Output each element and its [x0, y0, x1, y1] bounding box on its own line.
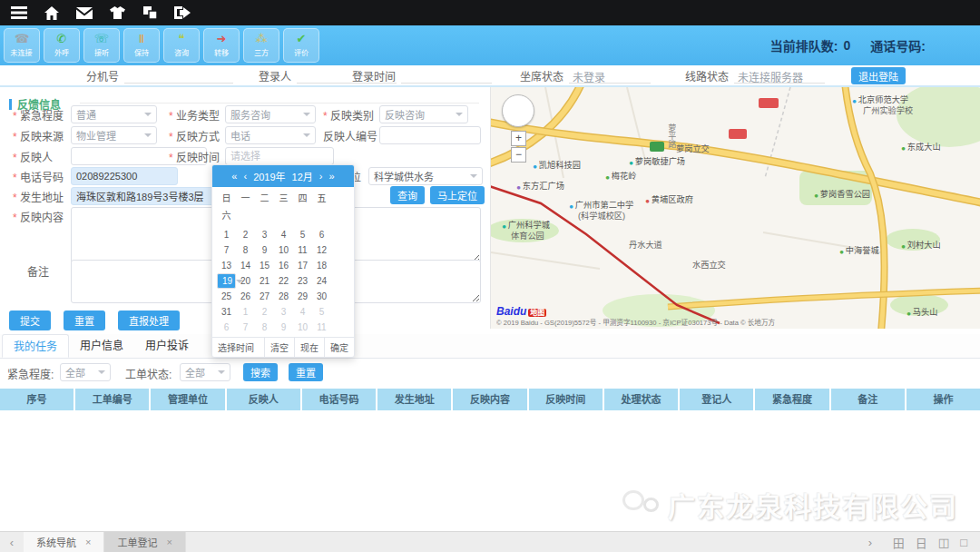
calendar-day[interactable]: 24	[312, 273, 331, 289]
table-header-cell[interactable]: 电话号码	[302, 389, 376, 410]
calendar-day[interactable]: 7	[217, 242, 236, 258]
bottom-tab[interactable]: 系统导航 ×	[24, 532, 104, 552]
calendar-day[interactable]: 21	[255, 273, 274, 289]
logout-button[interactable]: 退出登陆	[851, 67, 906, 84]
calendar-day[interactable]: 1	[236, 304, 255, 320]
direct-process-button[interactable]: 直报处理	[118, 310, 180, 330]
phone-input[interactable]	[71, 167, 178, 185]
tab-user-info[interactable]: 用户信息	[69, 334, 134, 358]
calendar-day[interactable]: 16	[274, 258, 293, 273]
calendar-day[interactable]: 2	[236, 227, 255, 242]
pan-right-icon[interactable]	[524, 107, 531, 114]
next-year-icon[interactable]: »	[329, 171, 335, 182]
filter-urgency-select[interactable]: 全部	[60, 363, 111, 381]
calendar-day[interactable]: 10	[293, 320, 312, 335]
calendar-day[interactable]: 5	[293, 227, 312, 242]
panel-layout-icon[interactable]	[140, 4, 160, 22]
layout-vsplit-icon[interactable]: ◫	[938, 536, 949, 549]
now-button[interactable]: 现在	[294, 338, 324, 357]
calendar-day[interactable]: 4	[293, 304, 312, 320]
calendar-day[interactable]: 20	[236, 273, 255, 289]
layout-single-icon[interactable]: □	[960, 536, 967, 549]
layout-hsplit-icon[interactable]: 日	[916, 534, 927, 551]
source-select[interactable]: 物业管理	[71, 126, 157, 144]
calendar-day[interactable]: 9	[274, 320, 293, 335]
submit-button[interactable]: 提交	[9, 310, 51, 330]
calendar-day[interactable]: 12	[312, 242, 331, 258]
calendar-day[interactable]: 29	[293, 289, 312, 304]
table-header-cell[interactable]: 反映时间	[529, 389, 603, 410]
calendar-day[interactable]: 6	[217, 320, 236, 335]
pan-down-icon[interactable]	[514, 116, 522, 123]
calendar-day[interactable]: 26	[236, 289, 255, 304]
tab-user-complaint[interactable]: 用户投诉	[134, 334, 200, 358]
logout-icon[interactable]	[172, 4, 192, 22]
calendar-day[interactable]: 6	[312, 227, 331, 242]
calendar-day[interactable]: 31	[217, 304, 236, 320]
calendar-day[interactable]: 14	[236, 258, 255, 273]
calendar-day[interactable]: 18	[312, 258, 331, 273]
pan-left-icon[interactable]	[505, 107, 513, 114]
unit-select[interactable]: 科学城供水务	[368, 167, 483, 185]
calendar-day[interactable]: 25	[217, 289, 236, 304]
address-input[interactable]	[71, 187, 214, 205]
table-header-cell[interactable]: 登记人	[680, 389, 753, 410]
ok-button[interactable]: 确定	[324, 338, 354, 357]
tabs-scroll-right-icon[interactable]: ›	[858, 536, 882, 549]
shirt-icon[interactable]	[107, 4, 127, 22]
calendar-year[interactable]: 2019年	[253, 169, 285, 183]
calendar-day[interactable]: 22	[274, 273, 293, 289]
tab-my-tasks[interactable]: 我的任务	[2, 334, 69, 358]
three-way-button[interactable]: ⁂ 三方	[243, 28, 279, 63]
layout-grid-icon[interactable]: 田	[893, 534, 905, 551]
calendar-day[interactable]: 23	[293, 273, 312, 289]
table-header-cell[interactable]: 反映人	[227, 389, 300, 410]
table-header-cell[interactable]: 备注	[831, 389, 905, 410]
search-button[interactable]: 搜索	[243, 363, 278, 381]
category-select[interactable]: 反映咨询	[379, 105, 468, 123]
evaluate-button[interactable]: ✔ 评价	[283, 28, 319, 63]
tabs-scroll-left-icon[interactable]: ‹	[0, 536, 24, 549]
select-time-link[interactable]: 选择时间	[212, 338, 264, 357]
calendar-day[interactable]: 7	[236, 320, 255, 335]
calendar-day[interactable]: 4	[274, 227, 293, 242]
prev-year-icon[interactable]: «	[231, 171, 237, 182]
close-icon[interactable]: ×	[166, 537, 172, 547]
table-header-cell[interactable]: 反映内容	[453, 389, 526, 410]
biz-type-select[interactable]: 服务咨询	[225, 105, 316, 123]
close-icon[interactable]: ×	[85, 537, 91, 547]
calendar-day[interactable]: 3	[255, 227, 274, 242]
consult-button[interactable]: ❝ 咨询	[163, 28, 200, 63]
calendar-day[interactable]: 13	[217, 258, 236, 273]
mail-icon[interactable]	[74, 4, 94, 22]
calendar-day[interactable]: 11	[312, 320, 331, 335]
calendar-day[interactable]: 8	[255, 320, 274, 335]
query-button[interactable]: 查询	[390, 186, 425, 204]
calendar-day[interactable]: 8	[236, 242, 255, 258]
calendar-day[interactable]: 11	[293, 242, 312, 258]
dial-out-button[interactable]: ✆ 外呼	[44, 28, 80, 63]
menu-icon[interactable]	[9, 4, 29, 22]
map-pan-control[interactable]	[502, 94, 534, 127]
pan-up-icon[interactable]	[514, 98, 522, 105]
calendar-day[interactable]: 1	[217, 227, 236, 242]
method-select[interactable]: 电话	[225, 126, 316, 144]
calendar-day[interactable]: 17	[293, 258, 312, 273]
time-input[interactable]	[225, 147, 334, 165]
calendar-day[interactable]: 28	[274, 289, 293, 304]
locate-now-button[interactable]: 马上定位	[430, 186, 485, 204]
answer-button[interactable]: ☏ 接听	[83, 28, 120, 63]
agent-status-button[interactable]: ☎ 未连接	[4, 28, 40, 63]
table-header-cell[interactable]: 发生地址	[377, 389, 451, 410]
reset-button[interactable]: 重置	[64, 310, 105, 330]
calendar-day[interactable]: 3	[274, 304, 293, 320]
table-header-cell[interactable]: 紧急程度	[755, 389, 828, 410]
calendar-day[interactable]: 27	[255, 289, 274, 304]
calendar-day[interactable]: 30	[312, 289, 331, 304]
home-icon[interactable]	[42, 4, 62, 22]
calendar-month[interactable]: 12月	[292, 169, 313, 183]
baidu-map[interactable]: 北京师范大学广州实验学校凯旭科技园东方汇广场萝岗敏捷广场梅花岭广州市第二中学(科…	[490, 87, 980, 329]
calendar-day[interactable]: 5	[312, 304, 331, 320]
calendar-day[interactable]: 19	[217, 273, 236, 289]
urgency-select[interactable]: 普通	[71, 105, 157, 123]
